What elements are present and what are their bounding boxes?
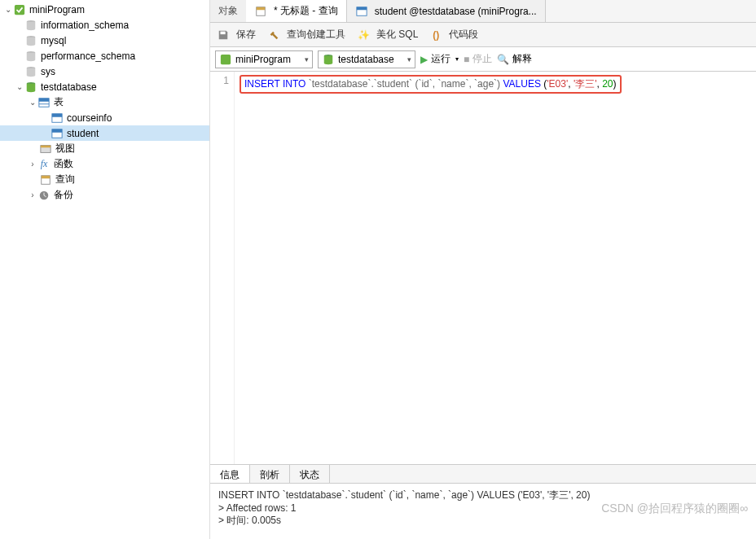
play-icon: ▶ — [420, 54, 428, 65]
database-icon — [24, 19, 37, 32]
svg-rect-19 — [42, 175, 51, 178]
builder-button[interactable]: 查询创建工具 — [267, 28, 345, 42]
svg-rect-17 — [41, 145, 51, 147]
tab-objects[interactable]: 对象 — [210, 0, 246, 22]
stop-icon: ■ — [464, 54, 469, 65]
parens-icon: () — [429, 28, 442, 42]
tables-node[interactable]: ⌄表 — [0, 94, 209, 110]
chevron-down-icon: ⌄ — [15, 82, 24, 91]
editor-tabs: 对象 * 无标题 - 查询 student @testdatabase (min… — [210, 0, 756, 23]
hammer-icon — [267, 28, 280, 42]
db-item[interactable]: performance_schema — [0, 48, 209, 64]
view-icon — [39, 142, 52, 156]
connection-icon — [219, 53, 232, 66]
table-icon — [355, 5, 368, 18]
backup-icon — [37, 189, 51, 202]
function-icon: fx — [37, 158, 51, 171]
output-tabs: 信息 剖析 状态 — [210, 464, 756, 484]
functions-node[interactable]: ›fx函数 — [0, 156, 209, 172]
toolbar: 保存 查询创建工具 ✨美化 SQL ()代码段 — [210, 23, 756, 47]
svg-rect-22 — [257, 7, 266, 10]
chevron-down-icon: ⌄ — [28, 98, 37, 107]
views-node[interactable]: 视图 — [0, 141, 209, 156]
run-button[interactable]: ▶运行▾ — [420, 52, 459, 66]
db-active[interactable]: ⌄testdatabase — [0, 79, 209, 94]
svg-rect-9 — [39, 98, 49, 101]
query-icon — [39, 173, 52, 186]
content-area: 对象 * 无标题 - 查询 student @testdatabase (min… — [210, 0, 756, 539]
connection-select[interactable]: miniProgram▾ — [215, 50, 313, 68]
output-panel: INSERT INTO `testdatabase`.`student` (`i… — [210, 484, 756, 539]
conn-root[interactable]: ⌄ miniProgram — [0, 2, 209, 17]
database-icon — [24, 50, 37, 63]
sidebar: ⌄ miniProgram information_schema mysql p… — [0, 0, 210, 539]
database-icon — [24, 65, 37, 78]
output-line: > 时间: 0.005s — [218, 514, 748, 528]
svg-rect-12 — [52, 113, 62, 116]
conn-label: miniProgram — [29, 4, 85, 15]
tab-table[interactable]: student @testdatabase (miniProgra... — [347, 0, 546, 22]
database-icon — [24, 81, 37, 94]
svg-rect-26 — [221, 54, 231, 64]
database-icon — [322, 53, 335, 66]
tab-query[interactable]: * 无标题 - 查询 — [246, 0, 347, 22]
database-select[interactable]: testdatabase▾ — [318, 50, 415, 68]
svg-rect-25 — [221, 31, 226, 34]
db-item[interactable]: mysql — [0, 33, 209, 48]
sql-editor[interactable]: 1 INSERT INTO `testdatabase`.`student` (… — [210, 72, 756, 464]
table-icon — [51, 127, 64, 140]
chevron-down-icon: ▾ — [305, 55, 309, 64]
db-item[interactable]: information_schema — [0, 17, 209, 33]
stop-button[interactable]: ■停止 — [464, 52, 492, 66]
sql-statement: INSERT INTO `testdatabase`.`student` (`i… — [240, 75, 622, 94]
explain-icon: 🔍 — [497, 54, 509, 65]
output-line: > Affected rows: 1 — [218, 502, 748, 514]
beautify-button[interactable]: ✨美化 SQL — [357, 28, 418, 42]
database-icon — [24, 34, 37, 47]
save-button[interactable]: 保存 — [217, 28, 256, 42]
tab-info[interactable]: 信息 — [210, 465, 250, 483]
output-line: INSERT INTO `testdatabase`.`student` (`i… — [218, 489, 748, 502]
table-icon — [37, 96, 51, 109]
query-icon — [254, 5, 267, 18]
svg-rect-15 — [52, 129, 62, 132]
table-item-student[interactable]: student — [0, 125, 209, 141]
db-item[interactable]: sys — [0, 64, 209, 79]
svg-rect-0 — [15, 4, 24, 14]
tab-profile[interactable]: 剖析 — [250, 465, 290, 483]
chevron-down-icon: ▾ — [455, 55, 459, 63]
queries-node[interactable]: 查询 — [0, 172, 209, 187]
connection-icon — [13, 3, 26, 16]
chevron-down-icon: ⌄ — [3, 5, 13, 14]
explain-button[interactable]: 🔍解释 — [497, 52, 532, 66]
tab-status[interactable]: 状态 — [290, 465, 330, 483]
snippet-button[interactable]: ()代码段 — [429, 28, 478, 42]
table-item[interactable]: courseinfo — [0, 110, 209, 125]
connection-bar: miniProgram▾ testdatabase▾ ▶运行▾ ■停止 🔍解释 — [210, 47, 756, 72]
table-icon — [51, 112, 64, 125]
chevron-right-icon: › — [28, 160, 37, 169]
chevron-down-icon: ▾ — [407, 55, 411, 64]
chevron-right-icon: › — [28, 191, 37, 199]
svg-rect-24 — [357, 7, 367, 10]
wand-icon: ✨ — [357, 28, 370, 42]
backups-node[interactable]: ›备份 — [0, 187, 209, 203]
line-gutter: 1 — [210, 72, 235, 464]
save-icon — [217, 28, 230, 42]
code-area[interactable]: INSERT INTO `testdatabase`.`student` (`i… — [235, 72, 756, 464]
